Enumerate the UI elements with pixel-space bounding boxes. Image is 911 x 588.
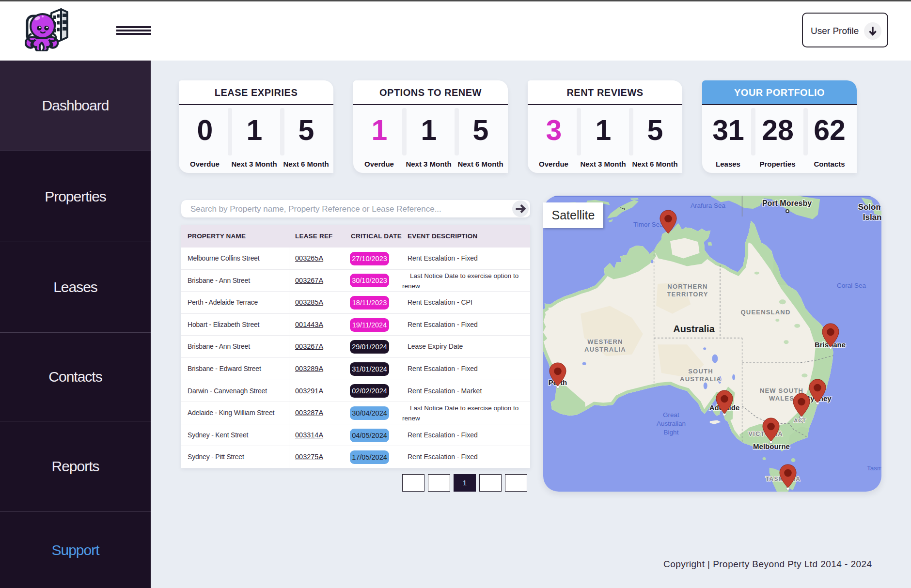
svg-text:Islands: Islands <box>863 213 881 222</box>
svg-text:Tasman Sea: Tasman Sea <box>867 464 881 472</box>
svg-text:AUSTRALIA: AUSTRALIA <box>584 346 626 353</box>
svg-text:AUSTRALIA: AUSTRALIA <box>680 375 722 383</box>
svg-text:Timor Sea: Timor Sea <box>633 221 663 228</box>
svg-text:WALES: WALES <box>769 395 794 402</box>
svg-text:Port Moresby: Port Moresby <box>762 199 812 207</box>
svg-text:Australia: Australia <box>673 324 715 334</box>
svg-text:TERRITORY: TERRITORY <box>667 291 708 298</box>
svg-text:Great: Great <box>663 411 679 418</box>
svg-text:Australian: Australian <box>657 420 686 427</box>
svg-text:Solomon: Solomon <box>858 202 881 212</box>
svg-text:QUEENSLAND: QUEENSLAND <box>740 309 790 316</box>
svg-text:Coral Sea: Coral Sea <box>837 282 866 289</box>
svg-text:ACT: ACT <box>794 418 806 423</box>
svg-text:Arafura Sea: Arafura Sea <box>691 202 726 209</box>
svg-text:WESTERN: WESTERN <box>587 338 623 345</box>
svg-text:Bight: Bight <box>664 429 679 436</box>
svg-text:NORTHERN: NORTHERN <box>667 283 707 290</box>
svg-text:NEW SOUTH: NEW SOUTH <box>760 387 803 394</box>
svg-text:SOUTH: SOUTH <box>688 368 713 375</box>
